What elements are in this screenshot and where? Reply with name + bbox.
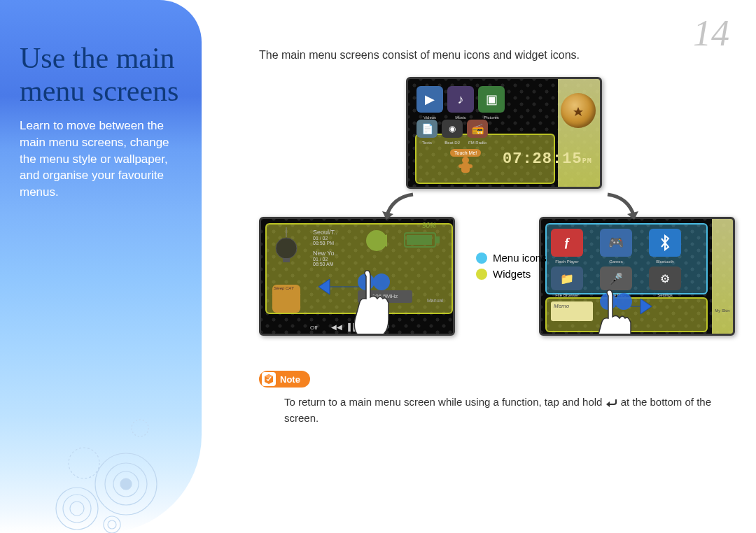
legend-widgets: Widgets <box>476 268 547 280</box>
app-icon-pictures: ▣Pictures <box>478 86 505 113</box>
svg-rect-18 <box>435 236 440 243</box>
sidebar-description: Learn to move between the main menu scre… <box>20 118 182 201</box>
world-clock-widget: Seoul/T.. 01 / 02 08:50 PM New Yo.. 01 /… <box>313 229 338 266</box>
sidebar-title: Use the main menu screens <box>20 42 182 108</box>
note-cube-icon <box>262 372 276 386</box>
svg-rect-19 <box>407 235 432 245</box>
svg-point-11 <box>462 157 469 164</box>
memo-widget: Memo <box>551 301 593 321</box>
app-icon-settings: ⚙Settings <box>649 266 681 290</box>
battery-percent: 90% <box>422 222 436 229</box>
note-block: Note To return to a main menu screen whi… <box>259 371 721 426</box>
return-icon <box>606 398 618 408</box>
coffee-widget-icon <box>561 93 596 128</box>
title-line1: Use the main <box>20 42 175 74</box>
pacman-icon <box>365 229 388 253</box>
gingerbread-icon <box>457 156 474 177</box>
svg-point-9 <box>108 520 116 529</box>
my-skin-panel: My Skin <box>712 219 733 334</box>
app-icon-texts: 📄Texts <box>416 120 438 138</box>
device-screenshot-center: ▶Videos ♪Music ▣Pictures 📄Texts ◉Beat DJ… <box>406 77 602 189</box>
note-badge: Note <box>259 371 310 388</box>
sidebar: Use the main menu screens Learn to move … <box>0 0 202 533</box>
swipe-left-arrow-icon <box>317 276 366 297</box>
app-icon-videos: ▶Videos <box>416 86 443 113</box>
svg-point-6 <box>63 495 91 523</box>
app-icon-games: 🎮Games <box>600 229 632 257</box>
svg-rect-13 <box>458 164 472 168</box>
manual-label: Manual <box>427 298 443 303</box>
svg-point-7 <box>70 502 84 516</box>
app-icon-flashplayer: ƒ Flash Player <box>551 229 583 257</box>
svg-point-5 <box>56 488 98 530</box>
svg-point-3 <box>113 471 139 497</box>
legend: Menu icons Widgets <box>476 252 547 284</box>
device-screenshot-right: My Skin ƒ Flash Player 🎮Games Bluetooth <box>539 217 735 336</box>
device-screenshot-left: Seoul/T.. 01 / 02 08:50 PM New Yo.. 01 /… <box>259 217 455 336</box>
svg-point-4 <box>120 478 132 490</box>
off-label: Off <box>310 325 318 331</box>
app-icon-bluetooth: Bluetooth <box>649 229 681 257</box>
sleep-cat-widget: Sleep CAT <box>272 285 300 313</box>
intro-text: The main menu screens consist of menu ic… <box>259 49 721 62</box>
decorative-circles <box>0 351 182 533</box>
app-icon-voicerec: 🎤Voice REC <box>600 266 632 290</box>
curve-arrow-left-icon <box>378 189 420 224</box>
swipe-right-arrow-icon <box>604 296 653 317</box>
main-content: The main menu screens consist of menu ic… <box>224 0 742 533</box>
svg-point-10 <box>132 420 148 436</box>
digital-clock: 07:28:15PM <box>503 150 592 168</box>
svg-point-15 <box>276 238 297 259</box>
note-label: Note <box>280 374 300 385</box>
svg-point-8 <box>104 516 120 533</box>
curve-arrow-right-icon <box>601 189 643 224</box>
lightbulb-icon <box>271 227 302 266</box>
legend-dot-yellow <box>476 269 487 280</box>
app-icon-music: ♪Music <box>447 86 474 113</box>
legend-dot-blue <box>476 253 487 264</box>
note-text: To return to a main menu screen while us… <box>284 395 721 426</box>
battery-widget <box>404 230 442 250</box>
svg-rect-16 <box>283 258 290 262</box>
legend-menu-icons: Menu icons <box>476 252 547 264</box>
app-icon-filebrowser: 📁File Browser <box>551 266 583 290</box>
svg-point-0 <box>69 448 99 478</box>
diagram-area: ▶Videos ♪Music ▣Pictures 📄Texts ◉Beat DJ… <box>259 77 735 343</box>
svg-point-2 <box>105 463 147 505</box>
title-line2: menu screens <box>20 75 178 107</box>
app-icon-beatdj: ◉Beat DJ <box>442 120 463 138</box>
svg-point-1 <box>95 453 157 515</box>
app-icon-fmradio: 📻FM Radio <box>467 120 488 138</box>
